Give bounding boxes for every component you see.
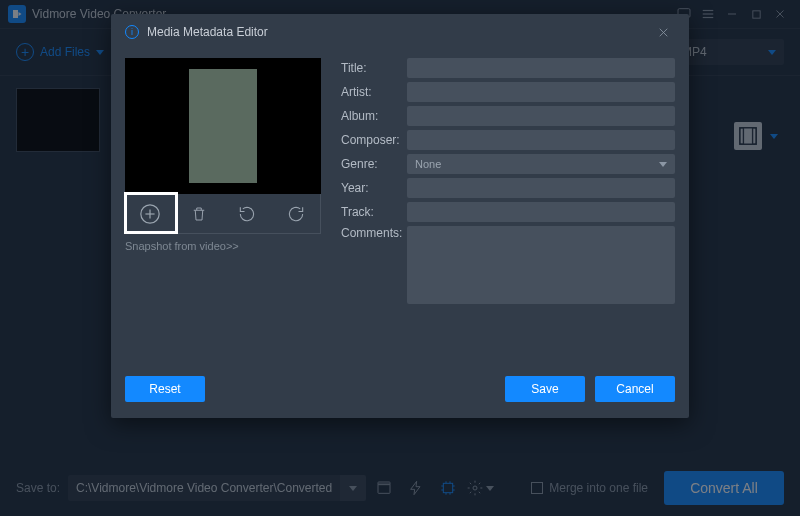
metadata-editor-modal: i Media Metadata Editor — [111, 14, 689, 418]
modal-footer: Reset Save Cancel — [111, 370, 689, 418]
add-cover-button[interactable] — [138, 202, 162, 226]
composer-input[interactable] — [407, 130, 675, 150]
title-input[interactable] — [407, 58, 675, 78]
rotate-right-button[interactable] — [284, 202, 308, 226]
info-icon: i — [125, 25, 139, 39]
genre-select[interactable]: None — [407, 154, 675, 174]
genre-label: Genre: — [341, 157, 407, 171]
comments-label: Comments: — [341, 226, 407, 240]
track-label: Track: — [341, 205, 407, 219]
cancel-button[interactable]: Cancel — [595, 376, 675, 402]
artist-label: Artist: — [341, 85, 407, 99]
genre-value: None — [415, 158, 441, 170]
close-icon[interactable] — [651, 20, 675, 44]
composer-label: Composer: — [341, 133, 407, 147]
artist-input[interactable] — [407, 82, 675, 102]
modal-title: Media Metadata Editor — [147, 25, 268, 39]
modal-left-panel: Snapshot from video>> — [125, 58, 321, 352]
modal-titlebar: i Media Metadata Editor — [111, 14, 689, 50]
cover-controls — [125, 194, 321, 234]
year-input[interactable] — [407, 178, 675, 198]
reset-button[interactable]: Reset — [125, 376, 205, 402]
delete-cover-button[interactable] — [187, 202, 211, 226]
comments-input[interactable] — [407, 226, 675, 304]
snapshot-link[interactable]: Snapshot from video>> — [125, 240, 321, 252]
rotate-left-button[interactable] — [235, 202, 259, 226]
album-label: Album: — [341, 109, 407, 123]
title-label: Title: — [341, 61, 407, 75]
modal-overlay: i Media Metadata Editor — [0, 0, 800, 516]
chevron-down-icon — [659, 162, 667, 167]
metadata-form: Title: Artist: Album: Composer: Genre: N… — [341, 58, 675, 352]
album-input[interactable] — [407, 106, 675, 126]
track-input[interactable] — [407, 202, 675, 222]
year-label: Year: — [341, 181, 407, 195]
cover-preview — [125, 58, 321, 194]
save-button[interactable]: Save — [505, 376, 585, 402]
